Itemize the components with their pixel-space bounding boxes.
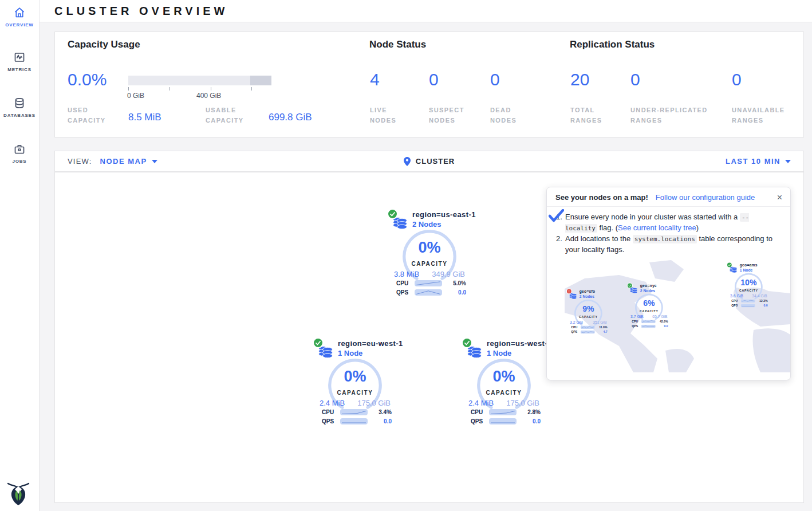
cpu-label: CPU [322, 409, 338, 415]
view-bar: VIEW: NODE MAP CLUSTER LAST 10 MIN [54, 151, 804, 172]
under-replicated-label: UNDER-REPLICATED RANGES [630, 105, 722, 125]
tooltip-title: See your nodes on a map! [555, 193, 648, 202]
node-count-label: 2 Nodes [640, 289, 657, 293]
capacity-tick-label: 0 GiB [127, 92, 144, 100]
capacity-tick [170, 87, 170, 91]
topbar: CLUSTER OVERVIEW [39, 0, 812, 22]
node-card-us-east-1[interactable]: region=us-east-1 2 Nodes 0% CAPACITY 3.8… [391, 209, 468, 301]
breadcrumb-cluster[interactable]: CLUSTER [416, 157, 455, 166]
node-total-capacity: 175.0 GiB [357, 399, 391, 407]
qps-sparkline [340, 418, 368, 424]
cpu-sparkline [489, 409, 517, 415]
preview-node-geo-sfo: geo=sfo 2 Nodes 9% CAPACITY 3.2 GiB 351 … [568, 289, 609, 336]
used-capacity-value: 8.5 MiB [128, 112, 161, 123]
cpu-value: 3.4% [379, 409, 392, 415]
node-region-label: region=us-east-1 [412, 210, 476, 219]
node-map-panel: region=us-east-1 2 Nodes 0% CAPACITY 3.8… [54, 172, 804, 503]
preview-node-geo-nyc: geo=nyc 2 Nodes 6% CAPACITY 3.7 GiB 65.7… [629, 283, 669, 331]
node-capacity-percent: 0% [316, 368, 394, 386]
node-count-link[interactable]: 2 Nodes [412, 220, 476, 229]
view-label: VIEW: [68, 157, 92, 166]
node-capacity-percent: 0% [391, 239, 468, 257]
usable-capacity-label: USABLECAPACITY [206, 105, 244, 125]
sidebar-item-metrics[interactable]: METRICS [0, 50, 39, 72]
used-capacity-label: USEDCAPACITY [68, 105, 106, 125]
node-capacity-percent: 10% [728, 278, 769, 287]
jobs-icon [13, 142, 26, 156]
configuration-guide-link[interactable]: Follow our configuration guide [656, 193, 755, 202]
node-card-eu-west-1[interactable]: region=eu-west-1 1 Node 0% CAPACITY 2.4 … [316, 338, 394, 430]
sidebar-item-label: OVERVIEW [5, 22, 33, 27]
node-count-label: 2 Nodes [580, 294, 596, 299]
total-ranges-value: 20 [570, 70, 589, 89]
node-count-link[interactable]: 1 Node [487, 349, 552, 357]
node-count-label: 1 Node [740, 268, 758, 273]
time-range-selector[interactable]: LAST 10 MIN [726, 157, 791, 166]
node-region-label: geo=sfo [580, 289, 596, 294]
dead-nodes-label: DEAD NODES [490, 105, 530, 125]
qps-sparkline [489, 418, 517, 424]
node-region-label: geo=nyc [640, 284, 657, 288]
cpu-value: 2.8% [527, 409, 541, 415]
node-used-capacity: 2.4 MiB [320, 399, 345, 407]
sidebar-item-label: DATABASES [3, 113, 36, 118]
close-icon[interactable]: × [777, 194, 782, 202]
summary-panel: Capacity Usage 0.0% 0 GiB 400 GiB USEDCA… [54, 32, 804, 137]
qps-value: 0.0 [384, 418, 392, 424]
cluster-overview-page: OVERVIEW METRICS DATABASES [0, 0, 812, 511]
capacity-tick [211, 87, 211, 91]
healthy-status-icon [314, 339, 322, 347]
qps-value: 0.0 [458, 289, 466, 296]
view-selector-value: NODE MAP [100, 157, 147, 166]
sidebar-item-jobs[interactable]: JOBS [0, 142, 39, 164]
sidebar-item-overview[interactable]: OVERVIEW [0, 6, 39, 27]
node-total-capacity: 175.0 GiB [506, 399, 539, 407]
databases-icon [13, 96, 26, 110]
node-capacity-label: CAPACITY [391, 261, 468, 267]
node-status-title: Node Status [369, 39, 426, 50]
sidebar-item-label: JOBS [13, 159, 27, 164]
capacity-usage-title: Capacity Usage [68, 39, 140, 50]
cpu-label: CPU [396, 280, 412, 286]
sidebar-item-databases[interactable]: DATABASES [0, 96, 39, 118]
qps-label: QPS [322, 418, 338, 424]
view-selector[interactable]: NODE MAP [100, 157, 157, 166]
home-icon [13, 6, 26, 19]
node-card-us-west-1[interactable]: region=us-west-1 1 Node 0% CAPACITY 2.4 … [465, 338, 543, 430]
locality-tree-link[interactable]: See current locality tree [618, 223, 696, 232]
capacity-tick [128, 87, 129, 91]
time-range-value: LAST 10 MIN [726, 157, 781, 166]
live-nodes-label: LIVE NODES [370, 105, 410, 125]
sidebar: OVERVIEW METRICS DATABASES [0, 0, 40, 511]
node-used-capacity: 2.4 MiB [468, 399, 494, 407]
metrics-icon [13, 50, 26, 64]
live-nodes-value: 4 [370, 70, 380, 89]
unavailable-label: UNAVAILABLE RANGES [732, 105, 801, 125]
cpu-sparkline [415, 280, 442, 286]
node-total-capacity: 349.9 GiB [432, 270, 465, 278]
node-region-label: geo=ams [740, 263, 758, 268]
capacity-percent: 0.0% [68, 70, 107, 89]
database-stack-icon [317, 343, 334, 360]
cpu-sparkline [340, 409, 368, 415]
qps-label: QPS [471, 418, 487, 424]
node-capacity-label: CAPACITY [728, 289, 769, 293]
map-pin-icon [404, 157, 411, 166]
node-count-link[interactable]: 1 Node [338, 349, 403, 357]
database-stack-icon [392, 214, 409, 231]
capacity-tick [251, 87, 252, 91]
node-region-label: region=eu-west-1 [338, 339, 403, 348]
healthy-status-icon [628, 284, 632, 288]
qps-label: QPS [396, 289, 412, 296]
healthy-status-icon [727, 263, 732, 268]
map-preview-image: geo=sfo 2 Nodes 9% CAPACITY 3.2 GiB 351 … [565, 260, 790, 372]
replication-status-title: Replication Status [570, 39, 655, 50]
node-capacity-percent: 0% [465, 368, 543, 386]
capacity-tick-label: 400 GiB [196, 92, 221, 100]
chevron-down-icon [152, 160, 157, 163]
capacity-bar-segment [250, 76, 271, 85]
suspect-nodes-label: SUSPECT NODES [429, 105, 472, 125]
page-title: CLUSTER OVERVIEW [54, 5, 228, 18]
node-capacity-label: CAPACITY [629, 310, 669, 313]
tooltip-step-2: 2. Add locations to the system.locations… [556, 234, 781, 254]
